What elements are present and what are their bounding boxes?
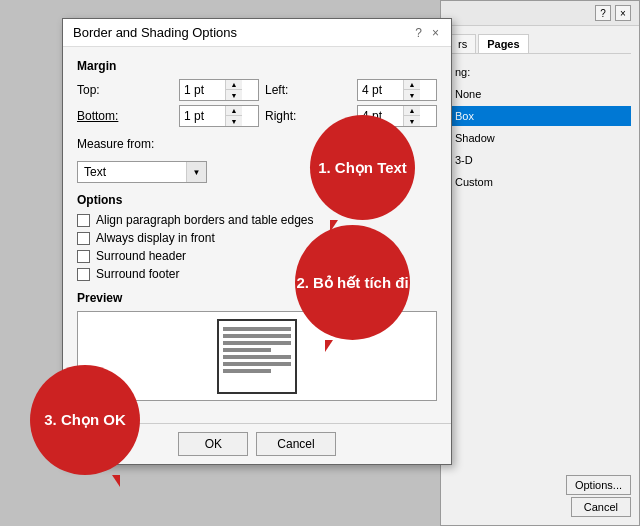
left-label: Left: xyxy=(265,83,351,97)
bg-close-btn[interactable]: × xyxy=(615,5,631,21)
right-spin-up[interactable]: ▲ xyxy=(404,106,420,116)
bottom-spin-down[interactable]: ▼ xyxy=(226,116,242,126)
preview-line-3 xyxy=(223,341,291,345)
bg-options-button[interactable]: Options... xyxy=(566,475,631,495)
bg-tab-borders[interactable]: rs xyxy=(449,34,476,53)
measure-from-value: Text xyxy=(78,165,186,179)
always-front-checkbox[interactable] xyxy=(77,232,90,245)
bg-sidebar: ng: None Box Shadow 3-D Custom xyxy=(449,62,631,192)
top-spin-buttons: ▲ ▼ xyxy=(225,80,242,100)
right-input[interactable] xyxy=(358,106,403,126)
dialog-body: Margin Top: ▲ ▼ Left: ▲ ▼ Bottom: xyxy=(63,47,451,423)
preview-line-5 xyxy=(223,355,291,359)
preview-line-4 xyxy=(223,348,271,352)
dialog-titlebar: Border and Shading Options ? × xyxy=(63,19,451,47)
surround-header-label: Surround header xyxy=(96,249,186,263)
preview-line-6 xyxy=(223,362,291,366)
titlebar-buttons: ? × xyxy=(413,26,441,40)
background-window: ? × rs Pages ng: None Box Shadow 3-D Cus… xyxy=(440,0,640,526)
dialog-footer: OK Cancel xyxy=(63,423,451,464)
left-spin-field[interactable]: ▲ ▼ xyxy=(357,79,437,101)
measure-from-select-row: Text ▼ xyxy=(77,161,437,183)
left-spin-down[interactable]: ▼ xyxy=(404,90,420,100)
measure-from-label: Measure from: xyxy=(77,137,154,151)
dialog-title: Border and Shading Options xyxy=(73,25,237,40)
preview-line-2 xyxy=(223,334,291,338)
measure-from-select[interactable]: Text ▼ xyxy=(77,161,207,183)
bg-cancel-button[interactable]: Cancel xyxy=(571,497,631,517)
right-spin-buttons: ▲ ▼ xyxy=(403,106,420,126)
cancel-button[interactable]: Cancel xyxy=(256,432,335,456)
preview-line-1 xyxy=(223,327,291,331)
bg-help-btn[interactable]: ? xyxy=(595,5,611,21)
top-spin-up[interactable]: ▲ xyxy=(226,80,242,90)
close-button[interactable]: × xyxy=(430,26,441,40)
align-para-label: Align paragraph borders and table edges xyxy=(96,213,314,227)
ok-button[interactable]: OK xyxy=(178,432,248,456)
bg-titlebar: ? × xyxy=(441,1,639,26)
margin-section-label: Margin xyxy=(77,59,437,73)
checkbox-row-3: Surround footer xyxy=(77,267,437,281)
top-input[interactable] xyxy=(180,80,225,100)
options-section: Options Align paragraph borders and tabl… xyxy=(77,193,437,281)
top-label: Top: xyxy=(77,83,173,97)
surround-footer-label: Surround footer xyxy=(96,267,179,281)
measure-from-row: Measure from: xyxy=(77,137,437,151)
top-spin-down[interactable]: ▼ xyxy=(226,90,242,100)
bg-sidebar-3d[interactable]: 3-D xyxy=(449,150,631,170)
preview-box xyxy=(77,311,437,401)
preview-line-7 xyxy=(223,369,271,373)
bg-tabs: rs Pages xyxy=(449,34,631,54)
bg-tab-pages[interactable]: Pages xyxy=(478,34,528,53)
checkbox-row-0: Align paragraph borders and table edges xyxy=(77,213,437,227)
help-button[interactable]: ? xyxy=(413,26,424,40)
right-label: Right: xyxy=(265,109,351,123)
bg-sidebar-shadow[interactable]: Shadow xyxy=(449,128,631,148)
preview-section: Preview xyxy=(77,291,437,401)
left-spin-buttons: ▲ ▼ xyxy=(403,80,420,100)
options-section-label: Options xyxy=(77,193,437,207)
margin-grid: Top: ▲ ▼ Left: ▲ ▼ Bottom: ▲ xyxy=(77,79,437,127)
surround-header-checkbox[interactable] xyxy=(77,250,90,263)
top-spin-field[interactable]: ▲ ▼ xyxy=(179,79,259,101)
always-front-label: Always display in front xyxy=(96,231,215,245)
preview-label: Preview xyxy=(77,291,437,305)
surround-footer-checkbox[interactable] xyxy=(77,268,90,281)
left-input[interactable] xyxy=(358,80,403,100)
left-spin-up[interactable]: ▲ xyxy=(404,80,420,90)
bottom-spin-field[interactable]: ▲ ▼ xyxy=(179,105,259,127)
border-shading-options-dialog: Border and Shading Options ? × Margin To… xyxy=(62,18,452,465)
checkbox-row-2: Surround header xyxy=(77,249,437,263)
bg-sidebar-none[interactable]: None xyxy=(449,84,631,104)
bottom-spin-buttons: ▲ ▼ xyxy=(225,106,242,126)
preview-page xyxy=(217,319,297,394)
bg-sidebar-box[interactable]: Box xyxy=(449,106,631,126)
bg-sidebar-setting-label: ng: xyxy=(449,62,631,82)
right-spin-down[interactable]: ▼ xyxy=(404,116,420,126)
right-spin-field[interactable]: ▲ ▼ xyxy=(357,105,437,127)
bg-content: rs Pages ng: None Box Shadow 3-D Custom xyxy=(441,26,639,200)
bottom-input[interactable] xyxy=(180,106,225,126)
align-para-checkbox[interactable] xyxy=(77,214,90,227)
bottom-label: Bottom: xyxy=(77,109,173,123)
checkbox-row-1: Always display in front xyxy=(77,231,437,245)
bg-sidebar-custom[interactable]: Custom xyxy=(449,172,631,192)
measure-from-dropdown-arrow[interactable]: ▼ xyxy=(186,162,206,182)
bottom-spin-up[interactable]: ▲ xyxy=(226,106,242,116)
